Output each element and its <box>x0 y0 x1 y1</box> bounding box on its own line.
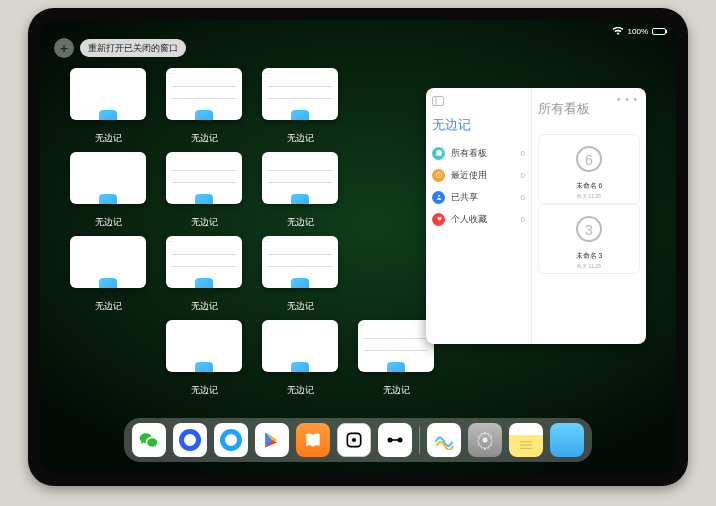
svg-text:6: 6 <box>585 152 593 168</box>
window-thumbnail[interactable]: ···无边记 <box>262 68 338 146</box>
window-preview[interactable]: ··· <box>166 68 242 120</box>
dock-separator <box>419 426 420 454</box>
svg-rect-0 <box>433 97 444 106</box>
window-thumbnail[interactable]: 无边记 <box>70 236 146 314</box>
board-card[interactable]: 6未命名 6昨天 11:25 <box>538 134 640 204</box>
window-label: 无边记 <box>287 384 314 397</box>
sidebar-item-count: 0 <box>521 171 525 180</box>
svg-point-4 <box>438 195 440 197</box>
reopen-closed-windows-button[interactable]: 重新打开已关闭的窗口 <box>80 39 186 57</box>
window-thumbnail[interactable]: ···无边记 <box>166 152 242 230</box>
sidebar-item[interactable]: 个人收藏0 <box>432 208 525 230</box>
sidebar-item-count: 0 <box>521 193 525 202</box>
play-store-icon[interactable] <box>255 423 289 457</box>
window-label: 无边记 <box>95 216 122 229</box>
window-preview[interactable] <box>166 320 242 372</box>
window-thumbnail[interactable]: ···无边记 <box>166 236 242 314</box>
window-label: 无边记 <box>287 300 314 313</box>
window-preview[interactable] <box>70 68 146 120</box>
app-expose-grid: 无边记···无边记···无边记无边记···无边记···无边记无边记···无边记·… <box>70 68 430 398</box>
window-preview[interactable] <box>70 152 146 204</box>
dock <box>124 418 592 462</box>
window-preview[interactable]: ··· <box>262 68 338 120</box>
window-preview[interactable]: ··· <box>262 236 338 288</box>
screen: 100% + 重新打开已关闭的窗口 无边记···无边记···无边记无边记···无… <box>40 20 676 474</box>
board-thumbnail: 6 <box>565 139 613 179</box>
window-thumbnail[interactable]: 无边记 <box>166 320 242 398</box>
freeform-app-icon <box>291 278 309 288</box>
freeform-app-icon <box>387 362 405 372</box>
window-thumbnail[interactable]: ···无边记 <box>358 320 434 398</box>
window-thumbnail[interactable]: 无边记 <box>262 320 338 398</box>
window-thumbnail[interactable]: 无边记 <box>70 68 146 146</box>
freeform-app-icon <box>291 362 309 372</box>
window-preview[interactable] <box>70 236 146 288</box>
freeform-app-icon <box>291 110 309 120</box>
sidebar-item-icon <box>432 147 445 160</box>
freeform-app-icon <box>99 278 117 288</box>
window-preview[interactable]: ··· <box>262 152 338 204</box>
sidebar-item[interactable]: 已共享0 <box>432 186 525 208</box>
books-icon[interactable] <box>296 423 330 457</box>
app-library-icon[interactable] <box>550 423 584 457</box>
window-label: 无边记 <box>287 216 314 229</box>
freeform-app-icon <box>195 278 213 288</box>
window-label: 无边记 <box>95 300 122 313</box>
split-view-card[interactable]: • • • 无边记 所有看板0最近使用0已共享0个人收藏0 所有看板 6未命名 … <box>426 88 646 344</box>
freeform-app-icon <box>195 362 213 372</box>
sidebar-item-icon <box>432 213 445 226</box>
window-label: 无边记 <box>191 300 218 313</box>
board-time: 昨天 11:25 <box>577 193 601 199</box>
wifi-icon <box>612 27 624 35</box>
window-preview[interactable] <box>262 320 338 372</box>
window-label: 无边记 <box>287 132 314 145</box>
status-right-cluster: 100% <box>612 27 666 36</box>
window-label: 无边记 <box>191 132 218 145</box>
window-thumbnail[interactable]: ···无边记 <box>262 152 338 230</box>
content-pane: 所有看板 6未命名 6昨天 11:253未命名 3昨天 11:25 <box>531 88 646 344</box>
sidebar-item-label: 所有看板 <box>451 147 487 160</box>
window-label: 无边记 <box>191 384 218 397</box>
window-thumbnail[interactable]: ···无边记 <box>262 236 338 314</box>
board-time: 昨天 11:25 <box>577 263 601 269</box>
sidebar-item-label: 个人收藏 <box>451 213 487 226</box>
freeform-app-icon <box>195 194 213 204</box>
window-preview[interactable]: ··· <box>166 236 242 288</box>
window-preview[interactable]: ··· <box>358 320 434 372</box>
sidebar-toggle-icon[interactable] <box>432 96 525 106</box>
settings-icon[interactable] <box>468 423 502 457</box>
sidebar-item[interactable]: 最近使用0 <box>432 164 525 186</box>
window-label: 无边记 <box>95 132 122 145</box>
window-thumbnail[interactable]: ···无边记 <box>166 68 242 146</box>
battery-pct: 100% <box>628 27 648 36</box>
board-thumbnail: 3 <box>565 209 613 249</box>
sidebar-item-icon <box>432 191 445 204</box>
board-label: 未命名 3 <box>576 251 603 261</box>
battery-icon <box>652 28 666 35</box>
sidebar-title: 无边记 <box>432 116 525 134</box>
sidebar-item-icon <box>432 169 445 182</box>
window-label: 无边记 <box>383 384 410 397</box>
dice-icon[interactable] <box>337 423 371 457</box>
sidebar-item-label: 最近使用 <box>451 169 487 182</box>
svg-point-14 <box>483 438 488 443</box>
browser-light-icon[interactable] <box>214 423 248 457</box>
window-label: 无边记 <box>191 216 218 229</box>
sidebar-item-count: 0 <box>521 215 525 224</box>
board-card[interactable]: 3未命名 3昨天 11:25 <box>538 204 640 274</box>
notes-icon[interactable] <box>509 423 543 457</box>
wechat-icon[interactable] <box>132 423 166 457</box>
freeform-app-icon <box>195 110 213 120</box>
multitask-dots-icon[interactable]: • • • <box>617 94 638 105</box>
sidebar-pane: 无边记 所有看板0最近使用0已共享0个人收藏0 <box>426 88 531 344</box>
browser-blue-icon[interactable] <box>173 423 207 457</box>
sidebar-item-count: 0 <box>521 149 525 158</box>
ipad-frame: 100% + 重新打开已关闭的窗口 无边记···无边记···无边记无边记···无… <box>28 8 688 486</box>
window-preview[interactable]: ··· <box>166 152 242 204</box>
svg-rect-13 <box>392 439 399 441</box>
freeform-icon[interactable] <box>427 423 461 457</box>
window-thumbnail[interactable]: 无边记 <box>70 152 146 230</box>
new-window-button[interactable]: + <box>54 38 74 58</box>
barbell-icon[interactable] <box>378 423 412 457</box>
sidebar-item[interactable]: 所有看板0 <box>432 142 525 164</box>
